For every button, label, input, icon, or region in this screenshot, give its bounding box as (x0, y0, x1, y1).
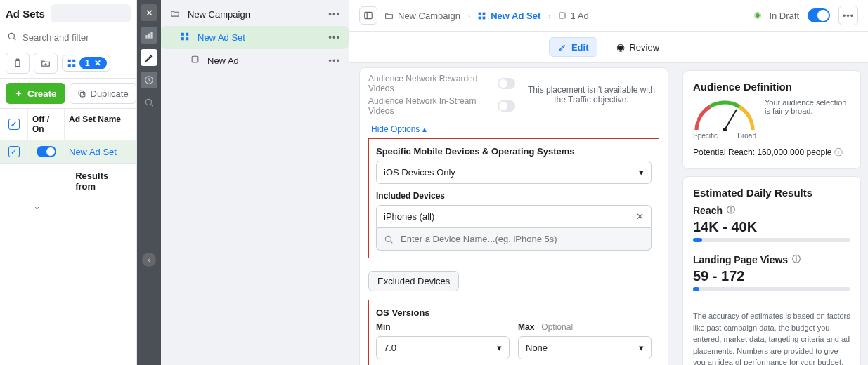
folder-button[interactable] (34, 53, 58, 74)
svg-rect-28 (483, 16, 486, 19)
tab-edit[interactable]: Edit (549, 37, 598, 57)
svg-line-31 (391, 241, 393, 243)
svg-rect-23 (365, 12, 373, 18)
view-grid-button[interactable]: 1✕ (62, 55, 110, 72)
placement-toggle[interactable] (498, 100, 515, 112)
device-search-input[interactable] (401, 234, 644, 244)
placement-label: Audience Network Rewarded Videos (368, 74, 498, 93)
hide-options-link[interactable]: Hide Options ▴ (371, 124, 656, 134)
daily-results-card: Estimated Daily Results Reachⓘ 14K - 40K… (682, 176, 861, 365)
svg-line-17 (151, 105, 153, 107)
caret-up-icon: ▴ (422, 124, 427, 134)
lpv-value: 59 - 172 (693, 268, 850, 284)
clear-filter-icon[interactable]: ✕ (94, 58, 101, 68)
svg-rect-14 (150, 32, 152, 38)
tab-edit-label: Edit (571, 42, 589, 53)
placement-toggle[interactable] (498, 78, 515, 89)
col-name: Ad Set Name (65, 109, 136, 140)
svg-point-0 (8, 33, 14, 39)
results-row[interactable]: › Results from (0, 164, 136, 199)
row-name[interactable]: New Ad Set (69, 147, 117, 157)
tree-ad[interactable]: New Ad ••• (161, 49, 349, 72)
disclaimer-text: The accuracy of estimates is based on fa… (693, 310, 850, 365)
eye-icon: ◉ (616, 41, 625, 53)
select-all-checkbox[interactable]: ✓ (8, 119, 20, 130)
max-label: Max · Optional (518, 322, 652, 332)
account-pill[interactable] (51, 4, 131, 22)
collapse-button[interactable] (359, 6, 377, 25)
create-button[interactable]: ＋ Create (6, 83, 65, 104)
crumb-ad[interactable]: 1 Ad (558, 11, 589, 21)
lpv-label: Landing Page Views (693, 254, 788, 265)
excluded-devices-button[interactable]: Excluded Devices (368, 271, 459, 291)
os-min-select[interactable]: 7.0 ▾ (376, 336, 510, 359)
tree-adset-label: New Ad Set (197, 32, 245, 43)
svg-rect-18 (181, 33, 184, 36)
table-header: ✓ Off / On Ad Set Name (0, 109, 136, 140)
crumb-adset-label: New Ad Set (491, 11, 540, 21)
included-chipbox[interactable]: iPhones (all) ✕ (376, 205, 652, 228)
search-input[interactable] (22, 32, 141, 43)
chevron-right-icon: › (32, 150, 42, 212)
audience-heading: Audience Definition (693, 81, 850, 93)
svg-rect-9 (72, 64, 75, 67)
caret-down-icon: ▾ (639, 343, 644, 353)
placement-label: Audience Network In-Stream Videos (368, 96, 498, 116)
svg-rect-8 (68, 64, 71, 67)
overflow-menu[interactable]: ••• (838, 6, 858, 25)
row-menu[interactable]: ••• (328, 9, 340, 20)
tree-adset[interactable]: New Ad Set ••• (161, 26, 349, 49)
row-checkbox[interactable]: ✓ (8, 146, 20, 157)
create-label: Create (27, 88, 57, 99)
panel-title: Ad Sets (6, 8, 45, 20)
devices-title: Specific Mobile Devices & Operating Syst… (376, 146, 652, 157)
chip-label: iPhones (all) (384, 211, 434, 222)
status-toggle[interactable] (808, 8, 830, 22)
svg-rect-7 (72, 60, 75, 62)
edit-icon[interactable] (141, 49, 157, 66)
ad-icon (189, 55, 200, 66)
audience-note: Your audience selection is fairly broad. (765, 98, 850, 115)
os-max-select[interactable]: None ▾ (518, 336, 652, 359)
os-min-value: 7.0 (384, 343, 396, 353)
svg-rect-12 (145, 35, 147, 39)
device-search[interactable] (376, 228, 652, 251)
info-icon[interactable]: ⓘ (834, 147, 843, 157)
crumb-adset[interactable]: New Ad Set (477, 11, 540, 21)
svg-rect-6 (68, 60, 71, 62)
svg-rect-11 (79, 91, 84, 95)
close-button[interactable]: ✕ (141, 4, 157, 21)
included-title: Included Devices (376, 191, 652, 201)
zoom-icon[interactable] (141, 94, 157, 111)
clock-icon[interactable] (141, 72, 157, 88)
svg-line-1 (14, 39, 16, 41)
remove-chip-icon[interactable]: ✕ (636, 211, 644, 222)
svg-line-32 (725, 109, 737, 130)
daily-results-heading: Estimated Daily Results (693, 187, 850, 199)
status-text: In Draft (769, 11, 799, 21)
svg-rect-29 (559, 13, 565, 18)
chart-icon[interactable] (141, 27, 157, 44)
os-versions-section: OS Versions Min 7.0 ▾ Max · Optional (368, 300, 659, 365)
tab-review[interactable]: ◉ Review (607, 37, 668, 57)
reach-value: 14K - 40K (693, 219, 850, 235)
reach-label: Reach (693, 205, 723, 216)
crumb-ad-label: 1 Ad (571, 11, 589, 21)
svg-rect-26 (483, 12, 486, 15)
editor-pane: New Campaign › New Ad Set › 1 Ad In Draf… (349, 0, 868, 365)
device-os-select[interactable]: iOS Devices Only ▾ (376, 161, 652, 184)
placement-message: This placement isn't available with the … (515, 85, 659, 105)
crumb-campaign[interactable]: New Campaign (384, 11, 460, 21)
collapse-icon[interactable]: ‹ (142, 253, 156, 267)
tree-campaign[interactable]: New Campaign ••• (161, 3, 349, 26)
duplicate-button[interactable]: Duplicate (70, 83, 136, 104)
placement-card: Audience Network Rewarded Videos Audienc… (359, 67, 668, 365)
caret-down-icon: ▾ (639, 167, 644, 178)
clipboard-button[interactable] (6, 53, 30, 74)
info-icon[interactable]: ⓘ (792, 253, 801, 265)
col-off-on: Off / On (28, 109, 65, 140)
row-menu[interactable]: ••• (328, 55, 340, 66)
info-icon[interactable]: ⓘ (727, 204, 735, 216)
table-row[interactable]: ✓ New Ad Set (0, 140, 136, 164)
row-menu[interactable]: ••• (328, 32, 340, 43)
